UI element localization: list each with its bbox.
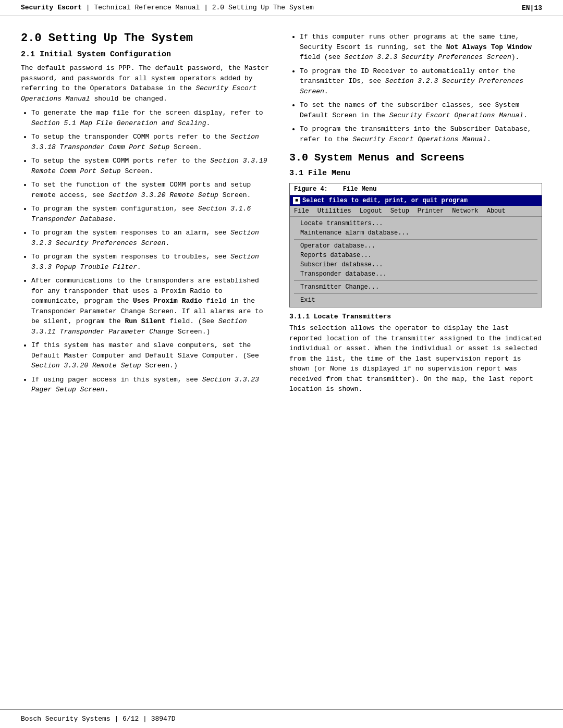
- section-3-1-1-title: 3.1.1 Locate Transmitters: [289, 313, 542, 320]
- right-bullet-list: If this computer runs other programs at …: [300, 32, 542, 144]
- right-column: If this computer runs other programs at …: [289, 32, 542, 699]
- header-pipe1: |: [86, 4, 90, 11]
- footer-sep1: |: [114, 715, 123, 723]
- list-item: To program the system responses to troub…: [31, 252, 274, 272]
- menu-bar-utilities[interactable]: Utilities: [315, 207, 353, 215]
- menu-bar[interactable]: File Utilities Logout Setup Printer Netw…: [290, 206, 542, 217]
- menu-separator-3: [294, 293, 537, 294]
- menu-bar-about[interactable]: About: [485, 207, 508, 215]
- list-item: If this system has master and slave comp…: [31, 340, 274, 371]
- menu-bar-network[interactable]: Network: [450, 207, 480, 215]
- menu-item-transponder[interactable]: Transponder database...: [290, 269, 542, 279]
- footer-sep2: |: [143, 715, 151, 723]
- main-title: 2.0 Setting Up The System: [21, 32, 274, 45]
- menu-item-exit[interactable]: Exit: [290, 295, 542, 305]
- list-item: To set the function of the system COMM p…: [31, 180, 274, 200]
- figure-4-title: Figure 4: File Menu: [290, 183, 542, 195]
- list-item: To setup the transponder COMM ports refe…: [31, 132, 274, 152]
- header-right: EN | 13: [511, 3, 542, 13]
- menu-item-locate[interactable]: Locate transmitters...: [290, 219, 542, 228]
- list-item: If this computer runs other programs at …: [300, 32, 542, 63]
- section-3-title: 3.0 System Menus and Screens: [289, 152, 542, 164]
- main-content: 2.0 Setting Up The System 2.1 Initial Sy…: [0, 16, 563, 709]
- header-brand: Security Escort: [21, 4, 82, 11]
- section-2-1-title: 2.1 Initial System Configuration: [21, 50, 274, 59]
- menu-bar-file[interactable]: File: [292, 207, 311, 215]
- list-item: To set the names of the subscriber class…: [300, 100, 542, 120]
- page: Security Escort | Technical Reference Ma…: [0, 0, 563, 728]
- list-item: To program the ID Receiver to automatica…: [300, 66, 542, 97]
- menu-titlebar: ■ Select files to edit, print, or quit p…: [290, 195, 542, 206]
- section-2-1-intro: The default password is PPP. The default…: [21, 63, 274, 104]
- header-pipe2: |: [204, 4, 208, 11]
- list-item: To setup the system COMM ports refer to …: [31, 156, 274, 176]
- header-left: Security Escort | Technical Reference Ma…: [21, 3, 511, 13]
- menu-bar-setup[interactable]: Setup: [388, 207, 411, 215]
- menu-separator-1: [294, 239, 537, 240]
- list-item: To program the system responses to an al…: [31, 228, 274, 248]
- menu-item-reports[interactable]: Reports database...: [290, 251, 542, 260]
- footer: Bosch Security Systems | 6/12 | 38947D: [0, 709, 563, 728]
- list-item: After communications to the transponders…: [31, 276, 274, 337]
- figure-title-text: File Menu: [343, 186, 377, 193]
- footer-docnum: 38947D: [151, 715, 176, 723]
- section-3-1-title: 3.1 File Menu: [289, 169, 542, 178]
- header: Security Escort | Technical Reference Ma…: [0, 0, 563, 16]
- section-3-1-1-body: This selection allows the operator to di…: [289, 323, 542, 394]
- header-lang: EN: [522, 4, 530, 12]
- figure-label: Figure 4:: [294, 186, 328, 193]
- left-bullet-list: To generate the map file for the screen …: [31, 108, 274, 395]
- menu-item-subscriber[interactable]: Subscriber database...: [290, 260, 542, 269]
- menu-item-maintenance[interactable]: Maintenance alarm database...: [290, 228, 542, 238]
- header-subtitle: Technical Reference Manual: [94, 4, 200, 11]
- menu-window: ■ Select files to edit, print, or quit p…: [290, 195, 542, 307]
- header-page: 13: [534, 4, 542, 12]
- left-column: 2.0 Setting Up The System 2.1 Initial Sy…: [21, 32, 274, 699]
- menu-items: Locate transmitters... Maintenance alarm…: [290, 217, 542, 307]
- window-icon: ■: [293, 197, 300, 204]
- figure-4-box: Figure 4: File Menu ■ Select files to ed…: [289, 183, 542, 307]
- menu-separator-2: [294, 280, 537, 281]
- footer-company: Bosch Security Systems: [21, 715, 111, 723]
- list-item: To program the system configuration, see…: [31, 204, 274, 224]
- header-pipe3: |: [530, 4, 534, 12]
- footer-date: 6/12: [123, 715, 139, 723]
- menu-bar-logout[interactable]: Logout: [358, 207, 384, 215]
- list-item: If using pager access in this system, se…: [31, 375, 274, 395]
- menu-bar-printer[interactable]: Printer: [415, 207, 446, 215]
- list-item: To program the transmitters into the Sub…: [300, 124, 542, 144]
- list-item: To generate the map file for the screen …: [31, 108, 274, 128]
- header-section: 2.0 Setting Up The System: [212, 4, 314, 11]
- menu-titlebar-text: Select files to edit, print, or quit pro…: [302, 197, 468, 204]
- menu-item-operator[interactable]: Operator database...: [290, 241, 542, 251]
- menu-item-transmitter-change[interactable]: Transmitter Change...: [290, 282, 542, 292]
